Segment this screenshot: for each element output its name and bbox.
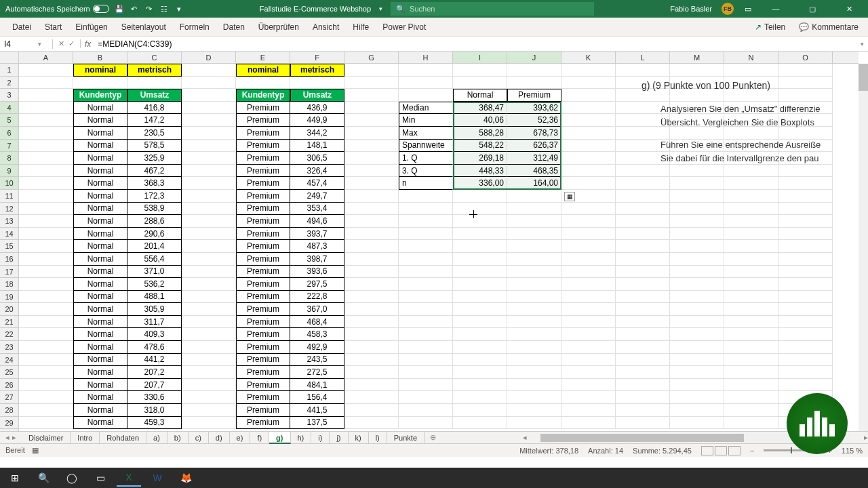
cell[interactable]	[616, 240, 670, 253]
cell[interactable]	[778, 266, 833, 279]
zoom-level[interactable]: 115 %	[842, 447, 863, 455]
cell[interactable]	[724, 303, 778, 316]
cell[interactable]: 588,28	[453, 127, 507, 140]
cell[interactable]	[453, 228, 507, 241]
cell[interactable]	[182, 215, 236, 228]
cell[interactable]: 441,2	[127, 354, 182, 367]
cell[interactable]: Normal	[73, 228, 127, 241]
cell[interactable]	[724, 165, 778, 178]
cell[interactable]	[561, 417, 616, 430]
cell[interactable]	[778, 291, 833, 304]
ribbon-mode-icon[interactable]: ▭	[743, 4, 753, 14]
cell[interactable]	[19, 328, 73, 341]
cell[interactable]	[670, 203, 724, 216]
user-avatar[interactable]: FB	[722, 3, 734, 15]
cell[interactable]	[507, 228, 561, 241]
cell[interactable]	[507, 253, 561, 266]
sheet-tab[interactable]: Disclaimer	[22, 432, 71, 444]
cell[interactable]	[616, 266, 670, 279]
cell[interactable]	[507, 316, 561, 329]
cell[interactable]: Spannweite	[399, 140, 453, 152]
cell[interactable]: 222,8	[290, 291, 344, 304]
row-header[interactable]: 10	[0, 177, 18, 190]
sheet-tab[interactable]: Intro	[71, 432, 100, 444]
sheet-tab[interactable]: l)	[369, 432, 387, 444]
cell[interactable]	[19, 303, 73, 316]
expand-formula-icon[interactable]: ▾	[856, 41, 868, 47]
cell[interactable]	[670, 228, 724, 241]
cell[interactable]	[182, 165, 236, 178]
cell[interactable]: Normal	[73, 379, 127, 392]
cell[interactable]	[670, 165, 724, 178]
cell[interactable]: 330,6	[127, 391, 182, 404]
cell[interactable]: Premium	[236, 291, 290, 304]
cell[interactable]: 288,6	[127, 215, 182, 228]
cell[interactable]: Premium	[236, 102, 290, 115]
cell[interactable]	[182, 417, 236, 430]
cell[interactable]	[344, 341, 399, 354]
taskbar-cortana-icon[interactable]: ◯	[60, 469, 84, 487]
cell[interactable]: 164,00	[507, 177, 561, 190]
cell[interactable]	[344, 366, 399, 379]
cell[interactable]	[561, 77, 616, 89]
cell[interactable]	[182, 278, 236, 291]
cell[interactable]	[453, 303, 507, 316]
cell[interactable]	[724, 177, 778, 190]
cell[interactable]	[19, 278, 73, 291]
cell[interactable]: 457,4	[290, 177, 344, 190]
zoom-out-button[interactable]: −	[750, 447, 754, 455]
spreadsheet-grid[interactable]: ABCDEFGHIJKLMNO 123456789101112131415161…	[0, 52, 868, 431]
cell[interactable]: 306,5	[290, 152, 344, 165]
cell[interactable]: 1. Q	[399, 152, 453, 165]
cell[interactable]	[344, 177, 399, 190]
cell[interactable]	[670, 354, 724, 367]
cell[interactable]: Normal	[73, 366, 127, 379]
cell[interactable]	[344, 140, 399, 152]
sheet-tab[interactable]: b)	[167, 432, 189, 444]
cell[interactable]	[670, 266, 724, 279]
cell[interactable]	[616, 203, 670, 216]
cell[interactable]	[724, 253, 778, 266]
cell[interactable]	[616, 354, 670, 367]
cell[interactable]	[182, 354, 236, 367]
cell[interactable]: Premium	[236, 303, 290, 316]
cell[interactable]	[507, 303, 561, 316]
cell[interactable]: 326,4	[290, 165, 344, 178]
ribbon-tab-datei[interactable]: Datei	[5, 18, 38, 37]
cell[interactable]	[344, 77, 399, 89]
cell[interactable]	[561, 291, 616, 304]
cell[interactable]: Premium	[236, 127, 290, 140]
cell[interactable]: Premium	[236, 266, 290, 279]
cell[interactable]: 449,9	[290, 114, 344, 127]
cell[interactable]	[724, 354, 778, 367]
cell[interactable]	[344, 379, 399, 392]
ribbon-tab-einfügen[interactable]: Einfügen	[68, 18, 114, 37]
cell[interactable]	[507, 291, 561, 304]
cell[interactable]	[182, 177, 236, 190]
cell[interactable]	[778, 228, 833, 241]
cell[interactable]	[19, 140, 73, 152]
ribbon-tab-hilfe[interactable]: Hilfe	[346, 18, 376, 37]
cell[interactable]	[670, 391, 724, 404]
cell[interactable]	[182, 140, 236, 152]
taskbar-search-icon[interactable]: 🔍	[31, 469, 56, 487]
cell[interactable]	[670, 291, 724, 304]
cell[interactable]	[399, 391, 453, 404]
column-header[interactable]: K	[561, 52, 616, 63]
cell[interactable]: Normal	[73, 278, 127, 291]
cell[interactable]	[344, 417, 399, 430]
cell[interactable]: Normal	[73, 316, 127, 329]
cell[interactable]	[507, 341, 561, 354]
cell[interactable]	[561, 354, 616, 367]
cell[interactable]: 468,35	[507, 165, 561, 178]
cell[interactable]: 488,1	[127, 291, 182, 304]
row-header[interactable]: 21	[0, 316, 18, 329]
cell[interactable]: 626,37	[507, 140, 561, 152]
cell[interactable]: 3. Q	[399, 165, 453, 178]
cell[interactable]	[778, 379, 833, 392]
cell[interactable]: Normal	[73, 341, 127, 354]
cell[interactable]	[453, 354, 507, 367]
cell[interactable]	[507, 379, 561, 392]
cell[interactable]	[182, 102, 236, 115]
autosave-toggle[interactable]: Automatisches Speichern	[5, 5, 109, 13]
